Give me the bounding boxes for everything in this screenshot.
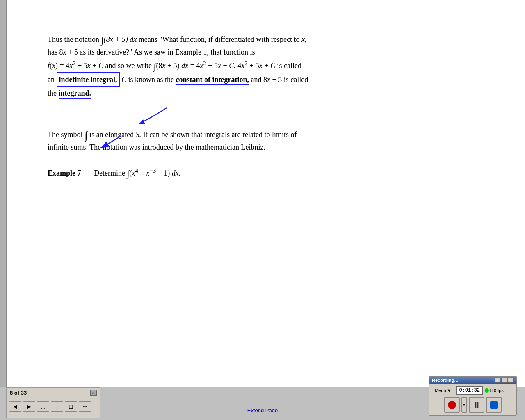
- para1-text8: the: [48, 89, 59, 97]
- menu-dropdown-arrow: ▼: [447, 388, 452, 393]
- close-button[interactable]: ✕: [508, 378, 514, 383]
- recording-body: Menu ▼ 0:01:32 8.0 fps ▼ ⏸: [429, 384, 516, 415]
- monitor-button[interactable]: ⊡: [65, 401, 77, 412]
- para1-fx2: (x) = 4x2 + 5x + C: [50, 62, 103, 70]
- fps-indicator: 8.0 fps: [485, 388, 504, 393]
- page-counter-close-icon[interactable]: ✕: [90, 390, 97, 396]
- svg-marker-1: [139, 119, 145, 124]
- term-integrand: integrand.: [59, 89, 91, 99]
- example-text: Determine: [94, 169, 125, 177]
- menu-button[interactable]: Menu ▼: [432, 387, 454, 394]
- document-area: Thus the notation ∫(8x + 5) dx means "Wh…: [0, 0, 525, 404]
- recording-panel: Recording... − □ ✕ Menu ▼ 0:01:32 8.0 fp…: [429, 376, 517, 416]
- record-button[interactable]: [444, 397, 460, 413]
- para1-text6: C is known as the: [121, 75, 176, 84]
- term-constant-of-integration: constant of integration,: [176, 75, 249, 85]
- annotation-spacer: [48, 108, 484, 128]
- menu-label: Menu: [435, 388, 446, 393]
- example-spacing: [83, 169, 92, 177]
- example-integral: ∫(x4 + x−3 − 1) dx.: [127, 169, 180, 177]
- para2-text2: infinite sums. The notation was introduc…: [48, 143, 265, 151]
- fps-dot: [485, 388, 489, 393]
- resize-button[interactable]: ↔: [79, 401, 91, 412]
- window-controls: − □ ✕: [495, 378, 514, 383]
- document-content: Thus the notation ∫(8x + 5) dx means "Wh…: [27, 17, 504, 204]
- bottom-area: 8 of 33 ✕ ◄ ► ... ↕ ⊡ ↔ Extend Page Reco…: [0, 387, 525, 420]
- paragraph-1: Thus the notation ∫(8x + 5) dx means "Wh…: [48, 33, 484, 100]
- para1-text7: and 8x + 5 is called: [251, 75, 308, 84]
- para1-text4: and so we write ∫(8x + 5) dx = 4x2 + 5x …: [105, 62, 301, 70]
- stop-button[interactable]: [486, 397, 502, 413]
- page-counter-top: 8 of 33 ✕: [7, 388, 100, 398]
- back-button[interactable]: ◄: [9, 401, 21, 412]
- nav-buttons-row: ◄ ► ... ↕ ⊡ ↔: [7, 398, 100, 415]
- record-circle-icon: [448, 401, 456, 409]
- example-label: Example 7: [48, 169, 81, 177]
- para1-text3: has 8x + 5 as its derivative?" As we saw…: [48, 48, 255, 56]
- para1-text2: means "What function, if differentiated …: [139, 35, 307, 43]
- recording-row1: Menu ▼ 0:01:32 8.0 fps: [432, 386, 514, 395]
- para1-text1: Thus the notation: [48, 35, 99, 43]
- recording-row2: ▼ ⏸: [432, 397, 514, 413]
- page-counter-box: 8 of 33 ✕ ◄ ► ... ↕ ⊡ ↔: [6, 387, 100, 418]
- extend-page-text[interactable]: Extend Page: [247, 407, 278, 413]
- term-indefinite-integral: indefinite integral,: [57, 72, 120, 87]
- para1-integral: ∫(8x + 5) dx: [101, 35, 137, 43]
- time-display: 0:01:32: [456, 386, 482, 395]
- forward-button[interactable]: ►: [23, 401, 35, 412]
- example-7: Example 7 Determine ∫(x4 + x−3 − 1) dx.: [48, 166, 484, 180]
- recording-title: Recording...: [432, 378, 458, 383]
- ellipsis-button[interactable]: ...: [37, 401, 49, 412]
- arrow-svg: [130, 104, 273, 128]
- pause-icon: ⏸: [472, 400, 481, 410]
- pause-button[interactable]: ⏸: [469, 397, 484, 413]
- record-dropdown-button[interactable]: ▼: [461, 397, 467, 413]
- paragraph-2: The symbol ∫ is an elongated S. It can b…: [48, 128, 484, 153]
- para2-text1: The symbol ∫ is an elongated S. It can b…: [48, 130, 297, 139]
- left-margin: [0, 0, 7, 387]
- page-counter-label: 8 of 33: [10, 390, 27, 396]
- maximize-button[interactable]: □: [501, 378, 507, 383]
- scroll-button[interactable]: ↕: [51, 401, 63, 412]
- para1-text5: an: [48, 75, 57, 84]
- recording-titlebar: Recording... − □ ✕: [429, 377, 516, 384]
- stop-square-icon: [490, 401, 498, 409]
- extend-page-link[interactable]: Extend Page: [247, 407, 278, 413]
- minimize-button[interactable]: −: [495, 378, 500, 383]
- fps-value: 8.0 fps: [490, 388, 504, 393]
